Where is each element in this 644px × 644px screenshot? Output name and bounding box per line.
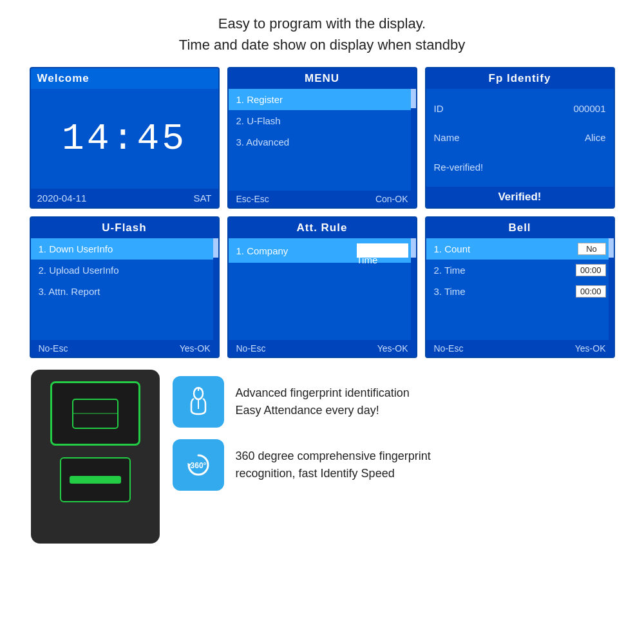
welcome-footer: 2020-04-11 SAT — [31, 189, 218, 207]
bell-footer: No-Esc Yes-OK — [426, 340, 614, 357]
fp-title: Fp Identify — [426, 68, 614, 89]
page: Easy to program with the display. Time a… — [0, 0, 644, 644]
attrule-item-0-label: 1. Company — [236, 245, 289, 256]
feature-text-0-line2: Easy Attendance every day! — [236, 402, 410, 419]
fp-name-label: Name — [434, 132, 460, 143]
header-line2: Time and date show on display when stand… — [179, 34, 465, 55]
fp-name-value: Alice — [585, 132, 606, 143]
bell-body: 1. Count No 2. Time 00:00 3. Time 00:00 — [426, 238, 614, 340]
uflash-item-2[interactable]: 3. Attn. Report — [31, 281, 218, 302]
bell-scrollbar — [609, 238, 614, 340]
menu-title: MENU — [229, 68, 416, 89]
device-scan-area — [50, 381, 140, 446]
uflash-footer-right: Yes-OK — [180, 343, 211, 354]
device-fp-area — [60, 457, 131, 502]
attrule-scrollbar-thumb — [411, 238, 416, 258]
screens-grid: Welcome 14:45 2020-04-11 SAT MENU 1. Reg… — [30, 67, 615, 358]
device-image — [31, 370, 160, 544]
screen-att-rule: Att. Rule 1. Company 3. Shift Time No-Es… — [227, 216, 417, 358]
feature-row-1: 360° 360 degree comprehensive fingerprin… — [173, 439, 614, 491]
screen-fp-identify: Fp Identify ID 000001 Name Alice Re-veri… — [425, 67, 615, 209]
menu-scrollbar-thumb — [411, 89, 416, 108]
menu-body: 1. Register 2. U-Flash 3. Advanced — [229, 89, 416, 191]
uflash-title: U-Flash — [31, 218, 218, 238]
attrule-footer: No-Esc Yes-OK — [229, 340, 416, 357]
fp-id-row: ID 000001 — [434, 103, 606, 114]
bell-item-2-value: 00:00 — [576, 285, 606, 298]
bell-item-2[interactable]: 3. Time 00:00 — [426, 281, 614, 302]
attrule-item-2[interactable] — [229, 273, 416, 283]
bell-item-0-value: No — [578, 243, 606, 255]
uflash-footer: No-Esc Yes-OK — [31, 340, 218, 357]
welcome-date: 2020-04-11 — [37, 193, 87, 204]
device-fp-line — [70, 476, 121, 484]
fp-id-value: 000001 — [573, 103, 605, 114]
fp-reverified: Re-verified! — [434, 162, 606, 173]
menu-scrollbar — [411, 89, 416, 191]
menu-footer-left: Esc-Esc — [236, 194, 269, 204]
hand-svg — [182, 386, 214, 418]
attrule-footer-left: No-Esc — [236, 343, 266, 354]
welcome-title: Welcome — [31, 68, 218, 89]
bell-item-0[interactable]: 1. Count No — [426, 238, 614, 260]
attrule-scrollbar — [411, 238, 416, 340]
fp-id-label: ID — [434, 103, 444, 114]
360-svg: 360° — [182, 449, 214, 481]
attrule-body: 1. Company 3. Shift Time — [229, 238, 416, 340]
bell-scrollbar-thumb — [609, 238, 614, 258]
header-line1: Easy to program with the display. — [179, 13, 465, 34]
360-icon: 360° — [173, 439, 224, 491]
screen-uflash: U-Flash 1. Down UserInfo 2. Upload UserI… — [30, 216, 220, 358]
bell-footer-left: No-Esc — [434, 343, 464, 354]
uflash-scrollbar-thumb — [213, 238, 218, 258]
hand-touch-icon — [173, 376, 224, 428]
menu-item-0[interactable]: 1. Register — [229, 89, 416, 110]
bell-item-1-label: 2. Time — [434, 265, 466, 276]
attrule-item-0-input[interactable]: 3. Shift Time — [357, 243, 408, 258]
feature-text-1-line2: recognition, fast Identify Speed — [236, 465, 431, 482]
uflash-body: 1. Down UserInfo 2. Upload UserInfo 3. A… — [31, 238, 218, 340]
menu-item-1[interactable]: 2. U-Flash — [229, 110, 416, 131]
bell-item-2-label: 3. Time — [434, 286, 466, 297]
fp-body: ID 000001 Name Alice Re-verified! — [426, 89, 614, 187]
feature-text-1-line1: 360 degree comprehensive fingerprint — [236, 448, 431, 465]
bell-footer-right: Yes-OK — [575, 343, 606, 354]
menu-footer-right: Con-OK — [375, 194, 408, 204]
screen-bell: Bell 1. Count No 2. Time 00:00 3. Time 0… — [425, 216, 615, 358]
screen-menu: MENU 1. Register 2. U-Flash 3. Advanced … — [227, 67, 417, 209]
header-text: Easy to program with the display. Time a… — [179, 13, 465, 55]
feature-text-0: Advanced fingerprint identification Easy… — [236, 384, 410, 419]
uflash-scrollbar — [213, 238, 218, 340]
menu-item-2[interactable]: 3. Advanced — [229, 131, 416, 153]
uflash-item-0[interactable]: 1. Down UserInfo — [31, 238, 218, 260]
uflash-item-1[interactable]: 2. Upload UserInfo — [31, 260, 218, 281]
feature-text-1: 360 degree comprehensive fingerprint rec… — [236, 448, 431, 482]
feature-text-0-line1: Advanced fingerprint identification — [236, 384, 410, 402]
bell-item-1-value: 00:00 — [576, 264, 606, 276]
attrule-item-0[interactable]: 1. Company 3. Shift Time — [229, 238, 416, 263]
welcome-time: 14:45 — [37, 112, 212, 166]
bell-item-0-label: 1. Count — [434, 243, 471, 254]
fp-name-row: Name Alice — [434, 132, 606, 143]
features-list: Advanced fingerprint identification Easy… — [173, 370, 614, 491]
fp-verified: Verified! — [426, 187, 614, 207]
feature-row-0: Advanced fingerprint identification Easy… — [173, 376, 614, 428]
bell-title: Bell — [426, 218, 614, 238]
uflash-footer-left: No-Esc — [39, 343, 68, 354]
welcome-day: SAT — [193, 193, 211, 204]
svg-text:360°: 360° — [190, 461, 206, 470]
bottom-section: Advanced fingerprint identification Easy… — [31, 370, 614, 544]
attrule-item-1[interactable] — [229, 263, 416, 273]
attrule-title: Att. Rule — [229, 218, 416, 238]
bell-item-1[interactable]: 2. Time 00:00 — [426, 260, 614, 281]
screen-welcome: Welcome 14:45 2020-04-11 SAT — [30, 67, 220, 209]
device-scan-icon — [70, 396, 121, 431]
attrule-footer-right: Yes-OK — [377, 343, 408, 354]
menu-footer: Esc-Esc Con-OK — [229, 191, 416, 207]
